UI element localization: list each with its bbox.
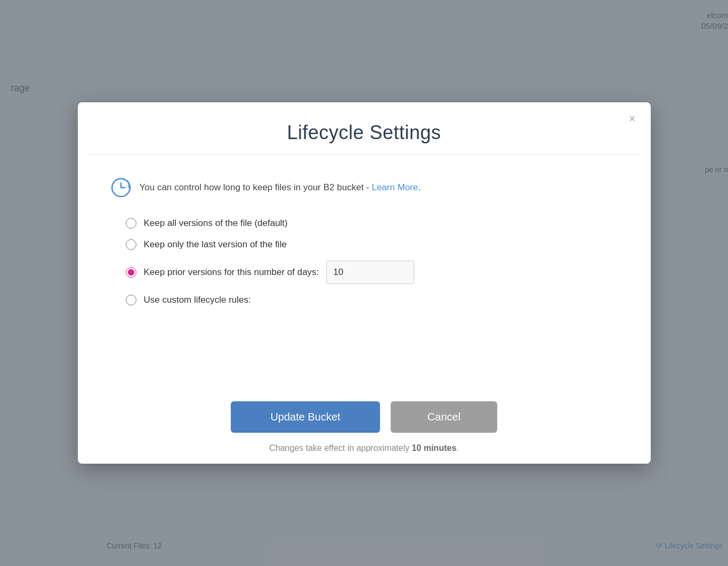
lifecycle-settings-modal: Lifecycle Settings × You can control how…	[78, 102, 651, 464]
spacer	[110, 305, 619, 369]
radio-keep-all[interactable]	[126, 218, 136, 229]
label-keep-all[interactable]: Keep all versions of the file (default)	[144, 218, 288, 229]
learn-more-link[interactable]: Learn More	[371, 182, 418, 192]
radio-keep-last[interactable]	[126, 239, 136, 250]
label-keep-days[interactable]: Keep prior versions for this number of d…	[144, 267, 319, 278]
options-list: Keep all versions of the file (default) …	[110, 218, 619, 305]
info-row: You can control how long to keep files i…	[110, 176, 619, 199]
modal-body: You can control how long to keep files i…	[78, 155, 651, 385]
modal-title: Lifecycle Settings	[99, 122, 629, 144]
modal-backdrop: Lifecycle Settings × You can control how…	[0, 0, 728, 566]
option-custom: Use custom lifecycle rules:	[126, 295, 619, 305]
radio-keep-days[interactable]	[126, 267, 136, 278]
lifecycle-icon	[110, 176, 132, 199]
option-keep-last: Keep only the last version of the file	[126, 239, 619, 250]
days-number-input[interactable]	[326, 261, 414, 284]
days-input-wrapper	[326, 261, 414, 284]
cancel-button[interactable]: Cancel	[391, 401, 497, 433]
modal-header: Lifecycle Settings ×	[78, 102, 651, 155]
radio-custom[interactable]	[126, 295, 136, 305]
footer-note: Changes take effect in approximately 10 …	[269, 443, 458, 453]
option-keep-days: Keep prior versions for this number of d…	[126, 261, 619, 284]
label-keep-last[interactable]: Keep only the last version of the file	[144, 239, 287, 250]
option-keep-all: Keep all versions of the file (default)	[126, 218, 619, 229]
modal-footer: Update Bucket Cancel Changes take effect…	[78, 385, 651, 464]
modal-close-button[interactable]: ×	[629, 113, 636, 125]
label-custom[interactable]: Use custom lifecycle rules:	[144, 295, 251, 305]
footer-buttons: Update Bucket Cancel	[231, 401, 497, 433]
update-bucket-button[interactable]: Update Bucket	[231, 401, 380, 433]
info-text: You can control how long to keep files i…	[140, 182, 421, 193]
